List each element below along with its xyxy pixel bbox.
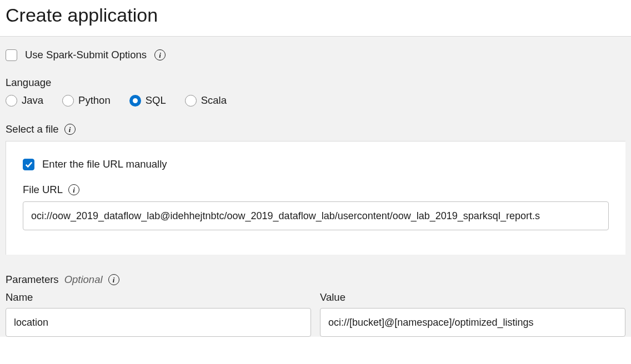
radio-dot <box>185 95 197 107</box>
manual-url-checkbox[interactable] <box>23 159 34 170</box>
radio-scala[interactable]: Scala <box>185 94 227 107</box>
page-header: Create application <box>0 0 631 37</box>
file-url-input[interactable] <box>23 201 609 230</box>
select-file-label: Select a file i <box>6 123 625 135</box>
page-title: Create application <box>6 4 625 26</box>
radio-dot <box>129 95 141 107</box>
parameters-section: Parameters Optional i Name Value <box>6 274 625 337</box>
radio-label-java: Java <box>22 94 43 107</box>
language-radio-group: Java Python SQL Scala <box>6 94 625 107</box>
file-url-label: File URL <box>23 184 63 196</box>
spark-submit-row: Use Spark-Submit Options i <box>6 49 625 61</box>
param-value-col: Value <box>320 291 625 337</box>
form-area: Use Spark-Submit Options i Language Java… <box>0 37 631 337</box>
select-file-text: Select a file <box>6 123 59 135</box>
info-icon[interactable]: i <box>64 124 76 135</box>
radio-label-python: Python <box>78 94 111 107</box>
language-label: Language <box>6 77 625 89</box>
manual-url-row: Enter the file URL manually <box>23 158 609 170</box>
radio-label-scala: Scala <box>201 94 227 107</box>
param-name-label: Name <box>6 291 311 304</box>
parameters-grid: Name Value <box>6 291 625 337</box>
file-panel: Enter the file URL manually File URL i <box>6 141 625 255</box>
param-value-label: Value <box>320 291 625 304</box>
info-icon[interactable]: i <box>68 184 79 195</box>
radio-dot <box>6 95 17 107</box>
radio-java[interactable]: Java <box>6 94 43 107</box>
parameters-label-row: Parameters Optional i <box>6 274 625 286</box>
spark-submit-label: Use Spark-Submit Options <box>25 49 147 61</box>
param-name-col: Name <box>6 291 311 337</box>
info-icon[interactable]: i <box>108 274 119 285</box>
parameters-label: Parameters <box>6 274 59 286</box>
spark-submit-checkbox[interactable] <box>6 49 17 61</box>
file-url-label-row: File URL i <box>23 184 609 196</box>
radio-python[interactable]: Python <box>62 94 111 107</box>
radio-sql[interactable]: SQL <box>129 94 166 107</box>
info-icon[interactable]: i <box>154 49 166 60</box>
param-value-input[interactable] <box>320 308 625 337</box>
param-name-input[interactable] <box>6 308 311 337</box>
radio-label-sql: SQL <box>146 94 166 107</box>
radio-dot <box>62 95 74 107</box>
parameters-optional: Optional <box>64 274 103 286</box>
manual-url-label: Enter the file URL manually <box>42 158 167 170</box>
